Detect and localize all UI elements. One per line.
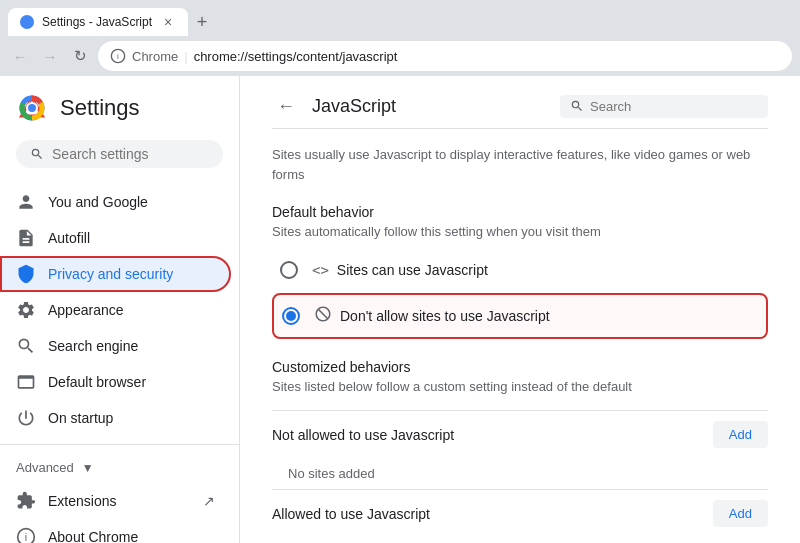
main-content: ← JavaScript Sites usually use Javascrip… [240, 76, 800, 543]
browser-window: Settings - JavaScript × + ← → ↻ i Chrome… [0, 0, 800, 543]
sidebar-item-label: Search engine [48, 338, 138, 354]
security-icon: i [110, 48, 126, 64]
default-behavior-section: Default behavior Sites automatically fol… [272, 204, 768, 339]
sidebar-search-input[interactable] [52, 146, 209, 162]
address-url: chrome://settings/content/javascript [194, 49, 398, 64]
option-block-label-row: Don't allow sites to use Javascript [314, 305, 550, 327]
section-desc: Sites automatically follow this setting … [272, 224, 768, 239]
sidebar-item-label: Autofill [48, 230, 90, 246]
sidebar-header: Settings [0, 76, 239, 132]
sidebar-item-privacy-and-security[interactable]: Privacy and security [0, 256, 231, 292]
not-allowed-add-button[interactable]: Add [713, 421, 768, 448]
person-icon [16, 192, 36, 212]
search-engine-icon [16, 336, 36, 356]
not-allowed-row: Not allowed to use Javascript Add [272, 410, 768, 458]
settings-title: Settings [60, 95, 140, 121]
content-back-button[interactable]: ← [272, 92, 300, 120]
customized-behaviors-section: Customized behaviors Sites listed below … [272, 359, 768, 537]
search-icon [30, 146, 44, 162]
shield-icon [16, 264, 36, 284]
content-header: ← JavaScript [272, 92, 768, 129]
forward-button[interactable]: → [38, 44, 62, 68]
advanced-label: Advanced [16, 460, 74, 475]
tab-title: Settings - JavaScript [42, 15, 152, 29]
back-button[interactable]: ← [8, 44, 32, 68]
option-allow-label: Sites can use Javascript [337, 262, 488, 278]
allowed-label: Allowed to use Javascript [272, 506, 430, 522]
option-allow-label-row: <> Sites can use Javascript [312, 262, 488, 278]
sidebar-item-label: About Chrome [48, 529, 138, 543]
sidebar-item-search-engine[interactable]: Search engine [0, 328, 231, 364]
address-bar[interactable]: i Chrome | chrome://settings/content/jav… [98, 41, 792, 71]
sidebar-item-about-chrome[interactable]: i About Chrome [0, 519, 231, 543]
browser-icon [16, 372, 36, 392]
svg-text:i: i [25, 531, 27, 543]
active-tab[interactable]: Settings - JavaScript × [8, 8, 188, 36]
sidebar: Settings You and Google Autofill [0, 76, 240, 543]
external-link-icon: ↗ [203, 493, 215, 509]
appearance-icon [16, 300, 36, 320]
radio-allow[interactable] [280, 261, 298, 279]
sidebar-item-label: Appearance [48, 302, 124, 318]
sidebar-item-label: On startup [48, 410, 113, 426]
option-allow[interactable]: <> Sites can use Javascript [272, 251, 768, 289]
address-chrome-label: Chrome [132, 49, 178, 64]
section-title: Default behavior [272, 204, 768, 220]
tab-close-button[interactable]: × [160, 14, 176, 30]
content-search-bar[interactable] [560, 95, 768, 118]
sidebar-item-label: Privacy and security [48, 266, 173, 282]
svg-point-6 [28, 104, 36, 112]
tab-bar: Settings - JavaScript × + [0, 0, 800, 36]
sidebar-search[interactable] [16, 140, 223, 168]
page-title: JavaScript [312, 96, 396, 117]
refresh-button[interactable]: ↻ [68, 44, 92, 68]
autofill-icon [16, 228, 36, 248]
sidebar-item-default-browser[interactable]: Default browser [0, 364, 231, 400]
search-icon [570, 99, 584, 113]
block-icon [314, 305, 332, 327]
new-tab-button[interactable]: + [188, 8, 216, 36]
app-body: Settings You and Google Autofill [0, 76, 800, 543]
radio-block[interactable] [282, 307, 300, 325]
about-icon: i [16, 527, 36, 543]
sidebar-item-autofill[interactable]: Autofill [0, 220, 231, 256]
sidebar-item-label: Default browser [48, 374, 146, 390]
code-icon: <> [312, 262, 329, 278]
address-bar-row: ← → ↻ i Chrome | chrome://settings/conte… [0, 36, 800, 76]
option-block[interactable]: Don't allow sites to use Javascript [272, 293, 768, 339]
allowed-add-button[interactable]: Add [713, 500, 768, 527]
customized-title: Customized behaviors [272, 359, 768, 375]
sidebar-item-label: Extensions [48, 493, 116, 509]
allowed-row: Allowed to use Javascript Add [272, 489, 768, 537]
address-separator: | [184, 49, 187, 64]
advanced-section[interactable]: Advanced ▼ [0, 452, 239, 483]
option-block-label: Don't allow sites to use Javascript [340, 308, 550, 324]
page-description: Sites usually use Javascript to display … [272, 145, 768, 184]
content-title-row: ← JavaScript [272, 92, 396, 120]
sidebar-item-appearance[interactable]: Appearance [0, 292, 231, 328]
tab-favicon [20, 15, 34, 29]
content-search-input[interactable] [590, 99, 758, 114]
sidebar-item-label: You and Google [48, 194, 148, 210]
customized-desc: Sites listed below follow a custom setti… [272, 379, 768, 394]
sidebar-item-extensions[interactable]: Extensions ↗ [0, 483, 231, 519]
not-allowed-label: Not allowed to use Javascript [272, 427, 454, 443]
sidebar-item-you-and-google[interactable]: You and Google [0, 184, 231, 220]
no-sites-text: No sites added [272, 458, 768, 489]
chrome-logo [16, 92, 48, 124]
extensions-icon [16, 491, 36, 511]
startup-icon [16, 408, 36, 428]
svg-text:i: i [117, 52, 119, 61]
chevron-down-icon: ▼ [82, 461, 94, 475]
sidebar-item-on-startup[interactable]: On startup [0, 400, 231, 436]
